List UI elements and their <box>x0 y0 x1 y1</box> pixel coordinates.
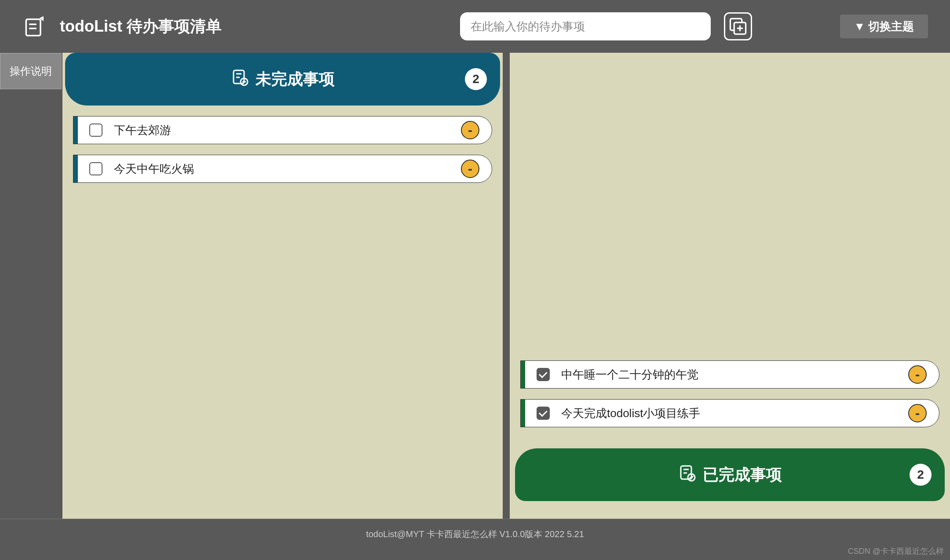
watermark: CSDN @卡卡西最近怎么样 <box>848 546 944 556</box>
item-accent <box>521 400 525 427</box>
complete-count-badge: 2 <box>910 464 932 486</box>
todo-text: 今天完成todolist小项目练手 <box>561 406 908 421</box>
logo-icon <box>22 14 47 39</box>
todo-text: 中午睡一个二十分钟的午觉 <box>561 367 908 382</box>
remove-button[interactable]: - <box>461 121 479 139</box>
list-item: 中午睡一个二十分钟的午觉 - <box>520 360 939 389</box>
complete-items: 中午睡一个二十分钟的午觉 - 今天完成todolist小项目练手 - <box>510 350 950 448</box>
app-title: todoList 待办事项清单 <box>60 16 222 37</box>
item-accent <box>521 361 525 388</box>
sidebar: 操作说明 <box>0 53 62 519</box>
incomplete-title: 未完成事项 <box>256 69 335 90</box>
todo-text: 下午去郊游 <box>114 123 461 138</box>
incomplete-count-badge: 2 <box>465 68 487 90</box>
todo-checkbox[interactable] <box>537 407 550 420</box>
item-accent <box>73 116 78 144</box>
complete-title: 已完成事项 <box>703 464 782 486</box>
app-header: todoList 待办事项清单 ▼ 切换主题 <box>0 0 950 53</box>
todo-checkbox[interactable] <box>537 368 550 381</box>
list-minus-icon <box>231 69 248 90</box>
incomplete-panel: 未完成事项 2 下午去郊游 - 今天中午吃火锅 - <box>62 53 503 519</box>
item-accent <box>73 155 78 182</box>
list-item: 下午去郊游 - <box>73 116 492 144</box>
svg-rect-0 <box>26 19 40 36</box>
complete-panel: 中午睡一个二十分钟的午觉 - 今天完成todolist小项目练手 - <box>510 53 950 519</box>
complete-header: 已完成事项 2 <box>515 448 945 501</box>
sidebar-item-help[interactable]: 操作说明 <box>0 53 62 89</box>
list-item: 今天中午吃火锅 - <box>73 155 492 183</box>
add-todo-button[interactable] <box>724 12 752 40</box>
todo-text: 今天中午吃火锅 <box>114 161 461 177</box>
new-todo-input[interactable] <box>471 20 700 33</box>
footer: todoList@MYT 卡卡西最近怎么样 V1.0.0版本 2022 5.21 <box>0 519 950 549</box>
incomplete-items: 下午去郊游 - 今天中午吃火锅 - <box>62 105 503 204</box>
footer-text: todoList@MYT 卡卡西最近怎么样 V1.0.0版本 2022 5.21 <box>366 528 584 540</box>
list-check-icon <box>678 464 696 486</box>
todo-checkbox[interactable] <box>89 124 102 137</box>
remove-button[interactable]: - <box>908 365 927 384</box>
incomplete-header: 未完成事项 2 <box>65 53 500 105</box>
todo-checkbox[interactable] <box>89 162 102 175</box>
new-todo-input-wrap[interactable] <box>460 12 711 40</box>
list-item: 今天完成todolist小项目练手 - <box>520 399 939 427</box>
theme-toggle-button[interactable]: ▼ 切换主题 <box>840 15 928 38</box>
remove-button[interactable]: - <box>908 404 927 422</box>
remove-button[interactable]: - <box>461 160 479 178</box>
